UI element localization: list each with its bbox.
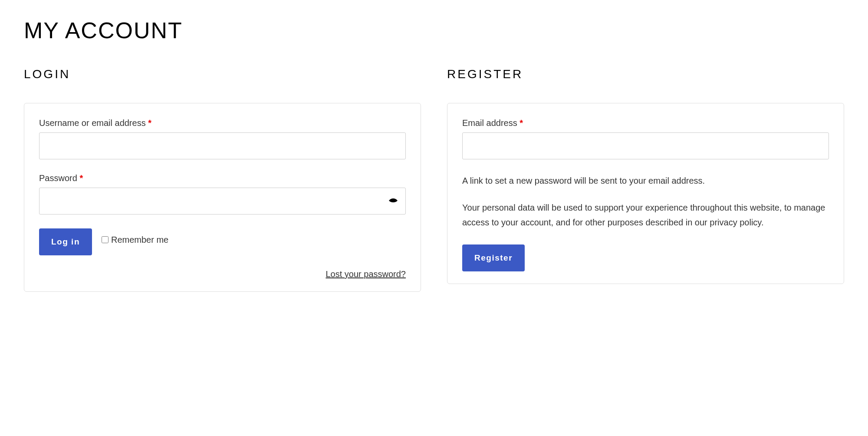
- register-email-row: Email address *: [462, 118, 829, 159]
- page-title: MY ACCOUNT: [24, 17, 844, 43]
- register-column: REGISTER Email address * A link to set a…: [447, 67, 844, 292]
- register-email-label-text: Email address: [462, 118, 517, 128]
- login-password-label-text: Password: [39, 173, 77, 183]
- eye-icon[interactable]: [388, 198, 398, 204]
- login-password-label: Password *: [39, 173, 406, 183]
- login-username-input[interactable]: [39, 132, 406, 159]
- columns-wrap: LOGIN Username or email address * Passwo…: [24, 67, 844, 292]
- register-link-info: A link to set a new password will be sen…: [462, 173, 829, 188]
- password-wrap: [39, 188, 406, 215]
- register-email-label: Email address *: [462, 118, 829, 128]
- lost-password-row: Lost your password?: [39, 269, 406, 279]
- login-username-label: Username or email address *: [39, 118, 406, 128]
- login-button[interactable]: Log in: [39, 228, 92, 255]
- required-marker: *: [519, 118, 523, 128]
- svg-point-0: [392, 199, 394, 201]
- login-username-label-text: Username or email address: [39, 118, 146, 128]
- login-column: LOGIN Username or email address * Passwo…: [24, 67, 421, 292]
- remember-me-checkbox[interactable]: [102, 236, 108, 243]
- register-privacy-info: Your personal data will be used to suppo…: [462, 200, 829, 230]
- register-button[interactable]: Register: [462, 244, 525, 271]
- required-marker: *: [79, 173, 83, 183]
- login-action-row: Log in Remember me: [39, 228, 406, 255]
- login-form: Username or email address * Password *: [24, 103, 421, 292]
- remember-me-label: Remember me: [111, 235, 168, 245]
- login-password-input[interactable]: [39, 188, 406, 215]
- register-action-row: Register: [462, 244, 829, 271]
- login-password-row: Password *: [39, 173, 406, 215]
- required-marker: *: [148, 118, 151, 128]
- register-email-input[interactable]: [462, 132, 829, 159]
- remember-me-wrap[interactable]: Remember me: [102, 235, 168, 245]
- login-heading: LOGIN: [24, 67, 421, 81]
- register-heading: REGISTER: [447, 67, 844, 81]
- lost-password-link[interactable]: Lost your password?: [326, 269, 406, 279]
- login-username-row: Username or email address *: [39, 118, 406, 159]
- register-form: Email address * A link to set a new pass…: [447, 103, 844, 284]
